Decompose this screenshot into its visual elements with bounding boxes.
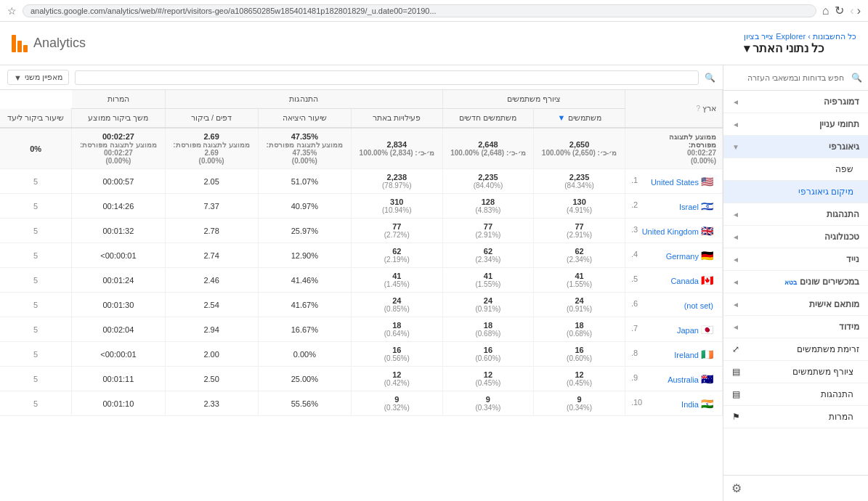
all-accounts-link[interactable]: כל החשבונות xyxy=(813,32,856,41)
analytics-logo: Analytics xyxy=(12,35,86,52)
sidebar-item-interests[interactable]: תחומי עניין ◄ xyxy=(723,113,868,136)
bar1 xyxy=(23,45,28,52)
search-icon: 🔍 xyxy=(851,73,862,83)
mobile-arrow: ◄ xyxy=(732,256,739,264)
data-table: ארץ ? ציורף משתמשים התנהגות המרות משתמשי… xyxy=(0,90,723,416)
row-rank: 8. xyxy=(631,349,638,357)
country-name: India xyxy=(681,400,699,409)
geo-location-label: מיקום גיאוגרפי xyxy=(798,187,853,197)
sidebar-item-technology[interactable]: טכנולוגיה ◄ xyxy=(723,226,868,248)
country-cell[interactable]: Japan 🇯🇵 7. xyxy=(625,317,722,342)
country-cell[interactable]: Israel 🇮🇱 2. xyxy=(625,194,722,219)
country-cell[interactable]: United Kingdom 🇬🇧 3. xyxy=(625,219,722,243)
th-conversions-group: המרות xyxy=(72,90,165,109)
sidebar-item-mobile[interactable]: נייד ◄ xyxy=(723,248,868,271)
filter-label: מאפיין משני xyxy=(25,73,62,82)
secondary-attribute-btn[interactable]: מאפיין משני ▼ xyxy=(7,70,69,85)
back-icon[interactable]: ‹ xyxy=(857,4,861,17)
sidebar-item-custom[interactable]: מותאם אישית ◄ xyxy=(723,293,868,316)
bookmark-icon[interactable]: ☆ xyxy=(7,5,17,17)
url-bar[interactable] xyxy=(23,4,816,17)
users-cell: 18 (0.68%) xyxy=(534,317,625,342)
country-flag: 🇩🇪 xyxy=(701,250,713,261)
table-row: Australia 🇦🇺 9. 12 (0.45%) 12 (0.45%) 12… xyxy=(0,367,723,391)
sidebar-item-user-flow[interactable]: זרימת משתמשים ⤢ xyxy=(723,338,868,361)
country-name: (not set) xyxy=(684,301,713,310)
exit-rate-cell: 55.56% xyxy=(258,391,351,416)
table-row: United States 🇺🇸 1. 2,235 (84.34%) 2,235… xyxy=(0,169,723,194)
refresh-icon[interactable]: ↻ xyxy=(835,4,844,17)
interests-arrow: ◄ xyxy=(732,121,739,129)
table-row: India 🇮🇳 10. 9 (0.34%) 9 (0.34%) 9 (0.32… xyxy=(0,391,723,416)
sidebar-item-user-drawing[interactable]: ציורף משתמשים ▤ xyxy=(723,361,868,383)
search-input-top[interactable] xyxy=(75,70,699,85)
behavior-label: התנהגות xyxy=(827,209,859,219)
th-new-users[interactable]: משתמשים חדשים xyxy=(442,109,534,129)
country-name: Israel xyxy=(679,203,699,211)
avg-visit-cell: 00:01:30 xyxy=(72,293,165,317)
country-flag: 🇮🇱 xyxy=(701,200,713,212)
page-title[interactable]: כל נתוני האתר ▾ xyxy=(744,41,856,55)
home-icon[interactable]: ⌂ xyxy=(822,4,830,17)
country-cell[interactable]: Ireland 🇮🇪 8. xyxy=(625,342,722,367)
behavior-sub-icon: ▤ xyxy=(732,389,740,399)
sidebar-item-language[interactable]: שפה xyxy=(723,158,868,181)
visit-rate-cell: 5 xyxy=(0,268,72,293)
custom-label: מותאם אישית xyxy=(809,299,859,309)
technology-label: טכנולוגיה xyxy=(824,232,859,242)
sidebar-search-input[interactable] xyxy=(729,71,848,84)
sidebar-item-cross-device[interactable]: במכשירים שונים בטא ◄ xyxy=(723,271,868,293)
breadcrumb-separator: › xyxy=(806,32,811,41)
avg-visit-cell: 00:02:04 xyxy=(72,317,165,342)
forward-icon[interactable]: › xyxy=(850,4,853,17)
country-name: Japan xyxy=(677,326,699,335)
sidebar-item-geo-location[interactable]: מיקום גיאוגרפי xyxy=(723,181,868,203)
country-cell[interactable]: Canada 🇨🇦 5. xyxy=(625,268,722,293)
th-visit-rate[interactable]: שיעור ביקור ליעד xyxy=(0,109,72,129)
sidebar-item-behavior-sub[interactable]: התנהגות ▤ xyxy=(723,383,868,406)
country-help[interactable]: ? xyxy=(696,105,700,113)
explorer-link[interactable]: Explorer צייר בציון xyxy=(744,32,806,41)
row-rank: 1. xyxy=(631,176,638,184)
content-area: 🔍 מאפיין משני ▼ ארץ ? ציורף משתמשים התנה… xyxy=(0,65,723,501)
bar3 xyxy=(12,35,16,52)
row-rank: 10. xyxy=(631,398,642,407)
country-name: Australia xyxy=(668,375,699,384)
th-country[interactable]: ארץ ? xyxy=(625,90,722,128)
settings-icon[interactable]: ⚙ xyxy=(731,481,742,495)
th-users[interactable]: משתמשים ▼ xyxy=(534,109,625,129)
table-row: Germany 🇩🇪 4. 62 (2.34%) 62 (2.34%) 62 (… xyxy=(0,243,723,268)
sessions-cell: 41 (1.45%) xyxy=(351,268,442,293)
visit-rate-cell: 5 xyxy=(0,367,72,391)
users-cell: 9 (0.34%) xyxy=(534,391,625,416)
country-cell[interactable]: (not set) 6. xyxy=(625,293,722,317)
avg-visit-cell: 00:00:57 xyxy=(72,169,165,194)
sidebar-item-geography[interactable]: גיאוגרפי ▼ xyxy=(723,136,868,158)
sidebar-item-demography[interactable]: דמוגרפיה ◄ xyxy=(723,91,868,113)
th-exit-rate[interactable]: שיעור היציאה xyxy=(258,109,351,129)
th-users-group: ציורף משתמשים xyxy=(442,90,625,109)
sessions-cell: 2,238 (78.97%) xyxy=(351,169,442,194)
sidebar-item-behavior[interactable]: התנהגות ◄ xyxy=(723,203,868,226)
sidebar-bottom-icons: ⚙ xyxy=(723,475,868,501)
row-rank: 9. xyxy=(631,373,638,382)
country-cell[interactable]: United States 🇺🇸 1. xyxy=(625,169,722,194)
country-cell[interactable]: India 🇮🇳 10. xyxy=(625,391,722,416)
country-cell[interactable]: Australia 🇦🇺 9. xyxy=(625,367,722,391)
sidebar-item-benchmarking[interactable]: מידוד ◄ xyxy=(723,316,868,338)
sidebar-item-conversions[interactable]: המרות ⚑ xyxy=(723,406,868,428)
country-cell[interactable]: Germany 🇩🇪 4. xyxy=(625,243,722,268)
main-layout: 🔍 דמוגרפיה ◄ תחומי עניין ◄ גיאוגרפי ▼ שפ… xyxy=(0,65,868,501)
totals-row: ממוצע לתצוגהמפורסת:00:02:27(0.00%) 2,650… xyxy=(0,128,723,169)
users-cell: 130 (4.91%) xyxy=(534,194,625,219)
total-sessions: 2,834 מ׳-כ׳: (2,834) 100.00% xyxy=(351,128,442,169)
pages-per-cell: 2.46 xyxy=(165,268,258,293)
th-avg-visit[interactable]: משך ביקור ממוצע xyxy=(72,109,165,129)
pages-per-cell: 2.74 xyxy=(165,243,258,268)
th-sessions[interactable]: פעילויות באתר xyxy=(351,109,442,129)
th-pages-per[interactable]: דפים / ביקור xyxy=(165,109,258,129)
country-name: Canada xyxy=(670,277,699,285)
user-flow-label: זרימת משתמשים xyxy=(797,344,859,354)
new-users-cell: 128 (4.83%) xyxy=(442,194,534,219)
filter-arrow: ▼ xyxy=(14,73,22,82)
